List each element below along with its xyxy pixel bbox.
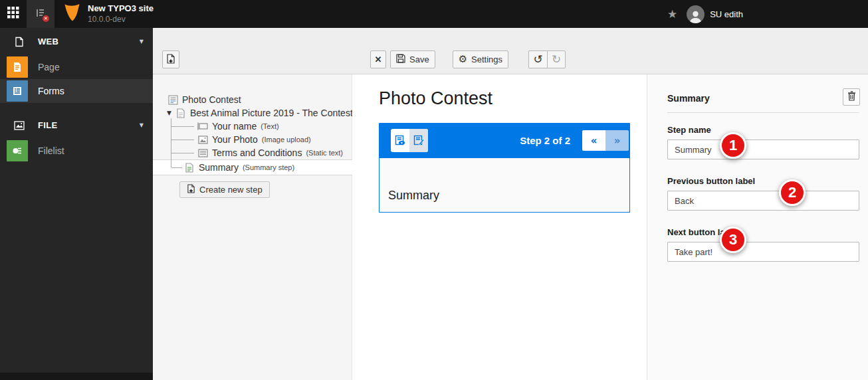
inspector-panel: Summary Step name Previous button label … <box>647 74 868 380</box>
inspector-title: Summary <box>667 74 859 104</box>
form-title: Photo Contest <box>379 88 492 109</box>
form-icon <box>167 95 178 105</box>
field-label: Step name <box>667 125 859 135</box>
step-content-area[interactable]: Summary <box>379 158 630 213</box>
module-group-label: WEB <box>38 37 58 47</box>
new-document-icon <box>187 184 195 195</box>
field-label: Next button label <box>667 227 859 237</box>
settings-label: Settings <box>471 54 502 64</box>
sidebar-item-label: Forms <box>38 86 64 96</box>
site-brand: New TYPO3 site 10.0.0-dev <box>54 0 154 28</box>
preview-mode-button[interactable] <box>391 129 409 152</box>
field-group-next-label: Next button label <box>667 227 859 262</box>
typo3-logo <box>64 3 81 25</box>
undo-button[interactable]: ↺ <box>528 50 547 68</box>
step-name-input[interactable] <box>667 140 859 159</box>
module-menu: WEB ▼ Page Forms FILE ▼ Fil <box>0 28 153 380</box>
undo-icon: ↺ <box>533 54 542 65</box>
summary-step-icon <box>184 163 195 173</box>
static-text-icon <box>197 149 208 157</box>
tree-item-label: Your name <box>212 121 257 132</box>
top-bar: ✕ New TYPO3 site 10.0.0-dev ★ SU edith <box>0 0 868 28</box>
next-step-button[interactable]: » <box>605 130 629 151</box>
sidebar-item-forms[interactable]: Forms <box>0 79 153 103</box>
bookmark-star-icon[interactable]: ★ <box>667 7 677 21</box>
text-field-icon <box>197 122 208 130</box>
close-button[interactable]: ✕ <box>370 50 386 68</box>
trash-icon <box>847 91 856 103</box>
view-mode-toggle <box>391 129 428 152</box>
tree-item-type: (Image upload) <box>262 136 311 143</box>
create-new-step-button[interactable]: Create new step <box>179 181 270 198</box>
chevron-down-icon: ▼ <box>140 39 144 45</box>
module-group-web[interactable]: WEB ▼ <box>0 28 153 55</box>
tree-item-label: Terms and Conditions <box>212 147 302 158</box>
step-content-label: Summary <box>388 189 439 203</box>
previous-button-label-input[interactable] <box>667 191 859 211</box>
image-upload-icon <box>197 136 208 144</box>
typo3-backend: ✕ New TYPO3 site 10.0.0-dev ★ SU edith <box>0 0 868 380</box>
topbar-right: ★ SU edith <box>667 0 743 28</box>
file-group-icon <box>9 121 30 130</box>
settings-button[interactable]: ⚙ Settings <box>453 50 508 68</box>
create-new-step-label: Create new step <box>199 185 263 195</box>
avatar <box>687 5 705 23</box>
save-button[interactable]: Save <box>390 50 435 68</box>
new-form-button[interactable] <box>162 50 179 68</box>
doc-header-toolbar: ✕ Save ⚙ Settings ↺ ↻ <box>153 28 868 74</box>
form-stage-panel: Photo Contest Step 2 of 2 « » Su <box>352 74 647 380</box>
tree-item-step-1[interactable]: ▼ Best Animal Picture 2019 - The Contest <box>153 106 352 120</box>
annotation-badge-2: 2 <box>779 179 806 206</box>
new-document-icon <box>166 54 175 66</box>
username: SU edith <box>710 9 743 19</box>
tree-item-label: Summary <box>199 162 239 173</box>
annotation-badge-3: 3 <box>720 227 746 253</box>
step-pagination: « » <box>582 130 629 151</box>
previous-step-button[interactable]: « <box>582 130 605 151</box>
sidebar-item-page[interactable]: Page <box>0 55 153 79</box>
module-group-file[interactable]: FILE ▼ <box>0 112 153 139</box>
sidebar-item-filelist[interactable]: Filelist <box>0 139 153 163</box>
save-label: Save <box>409 54 429 64</box>
web-group-icon <box>9 37 30 47</box>
module-grid-button[interactable] <box>0 0 27 28</box>
form-panel-header: Step 2 of 2 « » <box>379 123 630 158</box>
field-group-previous-label: Previous button label <box>667 176 859 211</box>
opendocs-toolbar-button[interactable]: ✕ <box>27 0 54 28</box>
tree-item-form-root[interactable]: Photo Contest <box>153 93 352 106</box>
tree-connector <box>171 126 194 127</box>
save-icon <box>396 54 405 65</box>
sidebar-item-label: Page <box>38 62 60 72</box>
edit-mode-button[interactable] <box>409 129 428 152</box>
page-module-icon <box>7 56 28 78</box>
site-version: 10.0.0-dev <box>88 15 154 25</box>
opendocs-close-badge: ✕ <box>43 15 49 22</box>
tree-item-label: Best Animal Picture 2019 - The Contest <box>190 108 353 118</box>
field-label: Previous button label <box>667 176 859 186</box>
user-menu[interactable]: SU edith <box>687 5 743 23</box>
tree-connector <box>171 167 182 168</box>
inspector-divider <box>667 112 859 113</box>
next-button-label-input[interactable] <box>667 242 859 262</box>
annotation-badge-1: 1 <box>720 132 746 159</box>
tree-connector <box>171 153 194 153</box>
redo-icon: ↻ <box>552 54 561 65</box>
delete-step-button[interactable] <box>843 88 860 106</box>
page-step-icon <box>175 108 186 118</box>
tree-item-label: Photo Contest <box>182 94 241 105</box>
tree-connector <box>171 140 194 140</box>
forms-module-icon <box>7 80 28 102</box>
undo-redo-group: ↺ ↻ <box>528 50 566 68</box>
gear-icon: ⚙ <box>459 54 467 64</box>
tree-item-type: (Text) <box>261 122 279 130</box>
site-title: New TYPO3 site <box>88 3 154 14</box>
form-tree: Photo Contest ▼ Best Animal Picture 2019… <box>153 74 352 198</box>
collapse-caret-icon[interactable]: ▼ <box>167 110 171 116</box>
module-group-label: FILE <box>38 120 57 130</box>
sidebar-item-label: Filelist <box>38 145 64 156</box>
tree-item-summary-selected[interactable]: Summary (Summary step) <box>153 159 352 175</box>
sidebar-section-gap <box>0 103 153 112</box>
redo-button[interactable]: ↻ <box>547 50 566 68</box>
tree-item-type: (Summary step) <box>243 163 294 171</box>
sidebar-footer-bar[interactable] <box>0 373 153 380</box>
